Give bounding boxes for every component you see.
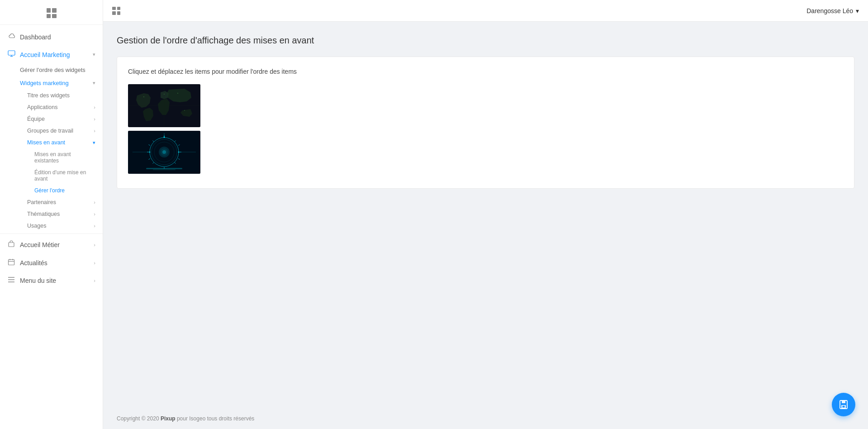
svg-point-14 bbox=[143, 96, 144, 97]
label-gerer-ordre-widgets: Gérer l'ordre des widgets bbox=[20, 67, 85, 73]
footer-copyright: Copyright © 2020 bbox=[117, 415, 161, 422]
item-thumbnail-2 bbox=[128, 131, 200, 174]
item-thumbnail-1 bbox=[128, 84, 200, 127]
sidebar-item-accueil-metier[interactable]: Accueil Métier › bbox=[0, 236, 103, 254]
logo-grid-icon bbox=[47, 8, 57, 18]
label-usages: Usages bbox=[27, 223, 46, 229]
sidebar-item-thematiques[interactable]: Thématiques › bbox=[27, 208, 103, 220]
list-item[interactable] bbox=[128, 84, 200, 127]
sidebar-item-actualites[interactable]: Actualités › bbox=[0, 254, 103, 272]
user-chevron-icon: ▾ bbox=[856, 7, 859, 14]
footer-brand: Pixup bbox=[161, 415, 175, 422]
label-partenaires: Partenaires bbox=[27, 199, 56, 205]
svg-rect-4 bbox=[9, 260, 14, 265]
sidebar-nav: Dashboard Accueil Marketing ▾ Gérer l'or… bbox=[0, 25, 103, 429]
chevron-right-icon-actualites: › bbox=[94, 260, 95, 266]
chevron-right-icon-metier: › bbox=[94, 242, 95, 248]
chevron-right-icon-menu: › bbox=[94, 278, 95, 283]
svg-point-17 bbox=[184, 110, 185, 111]
chevron-right-icon-groupes: › bbox=[94, 128, 95, 133]
svg-rect-48 bbox=[843, 406, 845, 408]
chevron-right-icon-usages: › bbox=[94, 223, 95, 229]
sidebar-item-gerer-ordre-widgets[interactable]: Gérer l'ordre des widgets bbox=[20, 63, 103, 76]
chevron-right-icon-applications: › bbox=[94, 105, 95, 110]
sidebar-label-accueil-marketing: Accueil Marketing bbox=[20, 51, 70, 58]
cloud-icon bbox=[7, 33, 15, 41]
svg-rect-43 bbox=[146, 168, 182, 169]
svg-rect-44 bbox=[153, 169, 175, 170]
svg-rect-0 bbox=[8, 51, 15, 55]
content-area: Gestion de l'ordre d'affichage des mises… bbox=[103, 22, 868, 429]
footer: Copyright © 2020 Pixup pour Isogeo tous … bbox=[103, 408, 868, 429]
sidebar-label-menu-du-site: Menu du site bbox=[20, 277, 56, 284]
chevron-right-icon-partenaires: › bbox=[94, 200, 95, 205]
chevron-down-icon: ▾ bbox=[93, 52, 95, 57]
widgets-marketing-submenu: Titre des widgets Applications › Équipe … bbox=[20, 90, 103, 232]
sidebar-label-actualites: Actualités bbox=[20, 259, 47, 267]
monitor-icon bbox=[7, 50, 15, 59]
accueil-marketing-submenu: Gérer l'ordre des widgets Widgets market… bbox=[0, 63, 103, 232]
svg-point-36 bbox=[162, 150, 166, 154]
sidebar-item-applications[interactable]: Applications › bbox=[27, 101, 103, 113]
menu-icon bbox=[7, 276, 15, 285]
sidebar-item-titre-des-widgets[interactable]: Titre des widgets bbox=[27, 90, 103, 101]
sidebar-item-groupes-de-travail[interactable]: Groupes de travail › bbox=[27, 125, 103, 137]
sidebar: Dashboard Accueil Marketing ▾ Gérer l'or… bbox=[0, 0, 103, 429]
label-edition-mise-en-avant: Édition d'une mise en avant bbox=[34, 169, 86, 182]
sortable-items-list bbox=[128, 84, 843, 177]
label-gerer-ordre: Gérer l'ordre bbox=[34, 187, 65, 194]
chevron-down-icon-mises: ▾ bbox=[93, 140, 95, 146]
mises-en-avant-submenu: Mises en avant existantes Édition d'une … bbox=[27, 148, 103, 196]
sidebar-item-edition-mise-en-avant[interactable]: Édition d'une mise en avant bbox=[34, 167, 103, 185]
label-thematiques: Thématiques bbox=[27, 211, 60, 217]
svg-point-40 bbox=[164, 137, 165, 138]
sidebar-item-equipe[interactable]: Équipe › bbox=[27, 113, 103, 125]
label-groupes-de-travail: Groupes de travail bbox=[27, 128, 73, 134]
sidebar-item-mises-existantes[interactable]: Mises en avant existantes bbox=[34, 148, 103, 167]
chevron-right-icon-thematiques: › bbox=[94, 211, 95, 217]
drag-instruction: Cliquez et déplacez les items pour modif… bbox=[128, 68, 843, 75]
chevron-down-icon-widgets: ▾ bbox=[93, 80, 95, 86]
svg-point-42 bbox=[178, 152, 180, 153]
svg-rect-46 bbox=[842, 400, 845, 403]
label-equipe: Équipe bbox=[27, 116, 45, 122]
topbar-grid-icon[interactable] bbox=[112, 7, 120, 15]
label-mises-en-avant: Mises en avant bbox=[27, 139, 65, 146]
svg-point-41 bbox=[149, 152, 151, 153]
svg-point-15 bbox=[164, 94, 165, 95]
save-fab-button[interactable] bbox=[832, 393, 855, 416]
sidebar-label-accueil-metier: Accueil Métier bbox=[20, 241, 60, 248]
footer-suffix: pour Isogeo tous droits réservés bbox=[177, 415, 254, 422]
topbar-left bbox=[112, 7, 120, 15]
sidebar-item-dashboard[interactable]: Dashboard bbox=[0, 29, 103, 46]
sidebar-item-mises-en-avant[interactable]: Mises en avant ▾ bbox=[27, 137, 103, 148]
sidebar-item-partenaires[interactable]: Partenaires › bbox=[27, 196, 103, 208]
sidebar-logo bbox=[0, 0, 103, 25]
shopping-icon bbox=[7, 240, 15, 249]
sidebar-item-gerer-ordre[interactable]: Gérer l'ordre bbox=[34, 185, 103, 196]
label-applications: Applications bbox=[27, 104, 57, 110]
content-card: Cliquez et déplacez les items pour modif… bbox=[117, 57, 854, 189]
sidebar-item-usages[interactable]: Usages › bbox=[27, 220, 103, 232]
label-widgets-marketing: Widgets marketing bbox=[20, 80, 69, 86]
chevron-right-icon-equipe: › bbox=[94, 116, 95, 122]
sidebar-item-accueil-marketing[interactable]: Accueil Marketing ▾ bbox=[0, 46, 103, 63]
user-name: Darengosse Léo bbox=[806, 7, 853, 14]
list-item[interactable] bbox=[128, 131, 200, 174]
sidebar-label-dashboard: Dashboard bbox=[20, 33, 51, 41]
calendar-icon bbox=[7, 258, 15, 267]
sidebar-item-widgets-marketing[interactable]: Widgets marketing ▾ bbox=[20, 76, 103, 90]
sidebar-item-menu-du-site[interactable]: Menu du site › bbox=[0, 272, 103, 289]
label-titre-des-widgets: Titre des widgets bbox=[27, 92, 70, 99]
main-area: Darengosse Léo ▾ Gestion de l'ordre d'af… bbox=[103, 0, 868, 429]
svg-rect-3 bbox=[9, 243, 14, 247]
svg-point-16 bbox=[177, 93, 178, 94]
page-title: Gestion de l'ordre d'affichage des mises… bbox=[117, 35, 854, 46]
label-mises-existantes: Mises en avant existantes bbox=[34, 151, 71, 164]
topbar: Darengosse Léo ▾ bbox=[103, 0, 868, 22]
user-menu[interactable]: Darengosse Léo ▾ bbox=[806, 7, 859, 14]
